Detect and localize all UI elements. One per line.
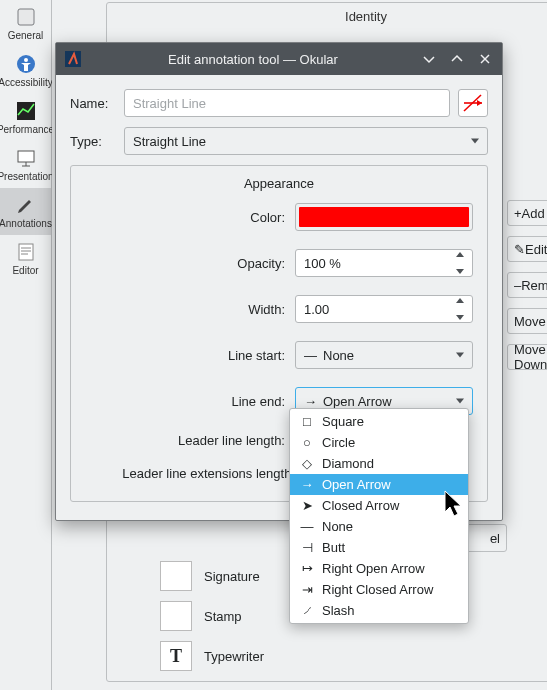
color-label: Color: — [85, 210, 295, 225]
dropdown-option[interactable]: ◇Diamond — [290, 453, 468, 474]
line-end-glyph-icon: □ — [300, 414, 314, 429]
svg-rect-4 — [18, 151, 34, 162]
color-picker[interactable] — [295, 203, 473, 231]
add-button[interactable]: + Add — [507, 200, 547, 226]
dialog-title: Edit annotation tool — Okular — [88, 52, 418, 67]
tool-preview-icon — [458, 89, 488, 117]
svg-marker-16 — [477, 100, 482, 106]
stamp-thumb-icon — [160, 601, 192, 631]
opacity-spinbox[interactable]: 100 % — [295, 249, 473, 277]
dash-icon: — — [304, 348, 317, 363]
editor-icon — [15, 241, 37, 263]
typewriter-thumb-icon: T — [160, 641, 192, 671]
move-up-button[interactable]: Move Up — [507, 308, 547, 334]
leader-line-ext-label: Leader line extensions length: — [85, 466, 305, 481]
list-item[interactable]: Signature — [160, 560, 264, 592]
sidebar-item-label: Performance — [0, 124, 54, 135]
edit-button[interactable]: ✎ Edit — [507, 236, 547, 262]
settings-sidebar: General Accessibility Performance Presen… — [0, 0, 52, 690]
dialog-titlebar[interactable]: Edit annotation tool — Okular — [56, 43, 502, 75]
close-button[interactable] — [474, 48, 496, 70]
width-label: Width: — [85, 302, 295, 317]
sidebar-item-label: Accessibility — [0, 77, 53, 88]
appearance-title: Appearance — [85, 176, 473, 191]
sidebar-item-performance[interactable]: Performance — [0, 94, 51, 141]
svg-point-2 — [24, 58, 28, 62]
gear-icon — [15, 6, 37, 28]
line-end-glyph-icon: ➤ — [300, 498, 314, 513]
line-end-glyph-icon: ↦ — [300, 561, 314, 576]
dropdown-option[interactable]: ○Circle — [290, 432, 468, 453]
dropdown-option-label: Closed Arrow — [322, 498, 399, 513]
sidebar-item-label: Annotations — [0, 218, 52, 229]
line-end-glyph-icon: ⇥ — [300, 582, 314, 597]
dropdown-option-label: Circle — [322, 435, 355, 450]
list-item[interactable]: TTypewriter — [160, 640, 264, 672]
line-end-glyph-icon: ⟋ — [300, 603, 314, 618]
dropdown-option[interactable]: ⟋Slash — [290, 600, 468, 621]
dropdown-option-label: Slash — [322, 603, 355, 618]
dropdown-option-label: Right Closed Arrow — [322, 582, 433, 597]
dropdown-option-label: Diamond — [322, 456, 374, 471]
line-start-combo[interactable]: — None — [295, 341, 473, 369]
presentation-icon — [15, 147, 37, 169]
dropdown-option[interactable]: —None — [290, 516, 468, 537]
dropdown-option-label: Butt — [322, 540, 345, 555]
sidebar-item-label: Editor — [12, 265, 38, 276]
annotations-icon — [15, 194, 37, 216]
name-label: Name: — [70, 96, 118, 111]
width-spinbox[interactable]: 1.00 — [295, 295, 473, 323]
sidebar-item-accessibility[interactable]: Accessibility — [0, 47, 51, 94]
dropdown-option[interactable]: □Square — [290, 411, 468, 432]
maximize-button[interactable] — [446, 48, 468, 70]
list-item[interactable]: Stamp — [160, 600, 264, 632]
type-label: Type: — [70, 134, 118, 149]
svg-rect-7 — [19, 244, 33, 260]
line-end-glyph-icon: — — [300, 519, 314, 534]
sidebar-item-label: General — [8, 30, 44, 41]
line-end-glyph-icon: ◇ — [300, 456, 314, 471]
line-end-glyph-icon: ⊣ — [300, 540, 314, 555]
name-input[interactable] — [124, 89, 450, 117]
sidebar-item-editor[interactable]: Editor — [0, 235, 51, 282]
okular-app-icon — [64, 50, 82, 68]
signature-thumb-icon — [160, 561, 192, 591]
dropdown-option-label: None — [322, 519, 353, 534]
minimize-button[interactable] — [418, 48, 440, 70]
svg-rect-0 — [18, 9, 34, 25]
dropdown-option[interactable]: ➤Closed Arrow — [290, 495, 468, 516]
opacity-label: Opacity: — [85, 256, 295, 271]
sidebar-item-annotations[interactable]: Annotations — [0, 188, 51, 235]
line-end-glyph-icon: → — [300, 477, 314, 492]
sidebar-item-presentation[interactable]: Presentation — [0, 141, 51, 188]
line-end-dropdown: □Square○Circle◇Diamond→Open Arrow➤Closed… — [289, 408, 469, 624]
arrow-right-icon: → — [304, 394, 317, 409]
accessibility-icon — [15, 53, 37, 75]
performance-icon — [15, 100, 37, 122]
dropdown-option[interactable]: →Open Arrow — [290, 474, 468, 495]
dropdown-option-label: Square — [322, 414, 364, 429]
sidebar-item-label: Presentation — [0, 171, 54, 182]
line-end-glyph-icon: ○ — [300, 435, 314, 450]
svg-rect-11 — [65, 51, 81, 67]
dropdown-option[interactable]: ⊣Butt — [290, 537, 468, 558]
type-combo[interactable]: Straight Line — [124, 127, 488, 155]
annotation-tool-list: Signature Stamp TTypewriter — [160, 560, 264, 672]
move-down-button[interactable]: Move Down — [507, 344, 547, 370]
line-start-label: Line start: — [85, 348, 295, 363]
line-end-label: Line end: — [85, 394, 295, 409]
dropdown-option-label: Right Open Arrow — [322, 561, 425, 576]
dropdown-option[interactable]: ⇥Right Closed Arrow — [290, 579, 468, 600]
leader-line-length-label: Leader line length: — [85, 433, 295, 448]
side-button-stack: + Add ✎ Edit – Remove Move Up Move Down — [507, 200, 547, 370]
dropdown-option-label: Open Arrow — [322, 477, 391, 492]
groupbox-title: Identity — [107, 3, 547, 30]
remove-button[interactable]: – Remove — [507, 272, 547, 298]
dropdown-option[interactable]: ↦Right Open Arrow — [290, 558, 468, 579]
sidebar-item-general[interactable]: General — [0, 0, 51, 47]
